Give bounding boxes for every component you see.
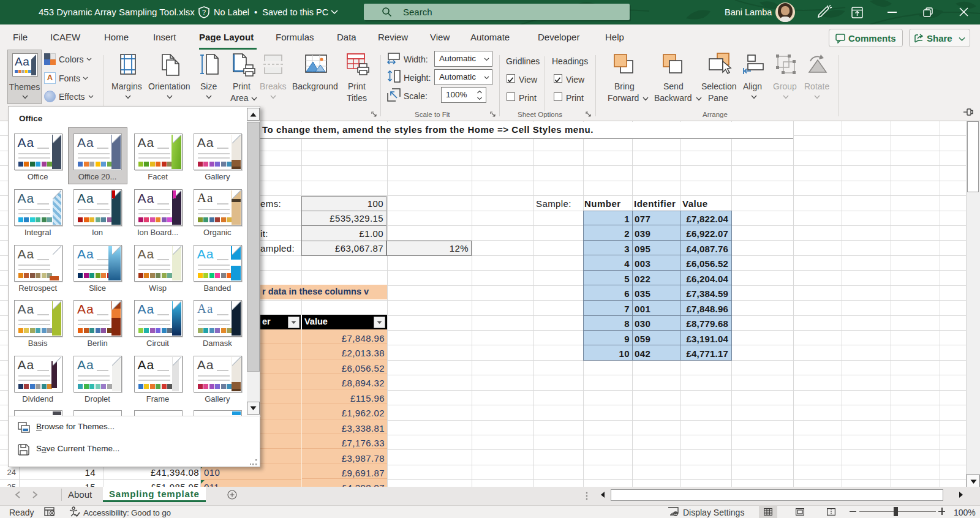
svg-text:?: ? — [202, 9, 206, 16]
